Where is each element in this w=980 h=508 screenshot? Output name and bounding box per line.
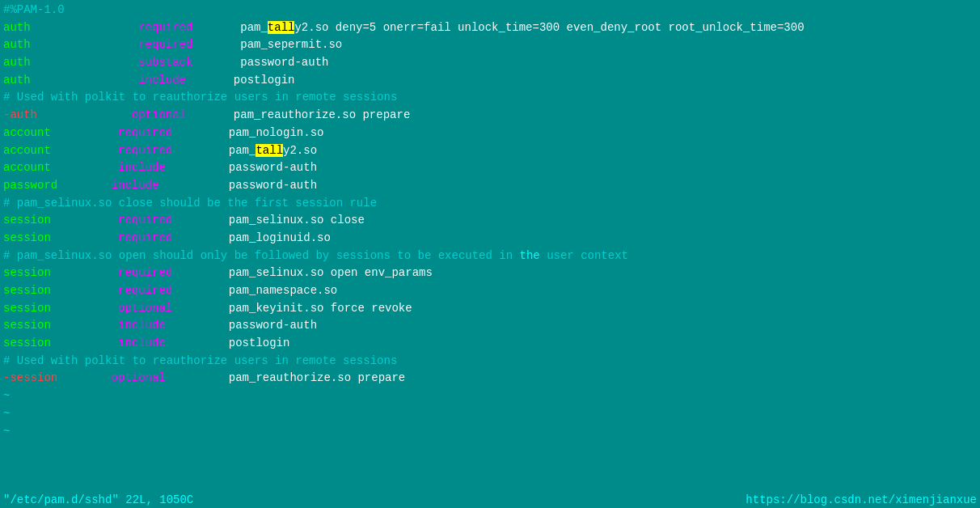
terminal: #%PAM-1.0 auth required pam_tally2.so de…: [0, 0, 980, 508]
line-account-nologin: account required pam_nologin.so: [3, 125, 977, 142]
line-account-tally: account required pam_tally2.so: [3, 142, 977, 160]
line-comment-polkit2: # Used with polkit to reauthorize users …: [3, 353, 977, 370]
tilde-2: ~: [3, 405, 977, 423]
status-bar: "/etc/pam.d/sshd" 22L, 1050C https://blo…: [0, 492, 980, 508]
line-session-namespace: session required pam_namespace.so: [3, 282, 977, 300]
status-url: https://blog.csdn.net/ximenjianxue: [746, 493, 977, 506]
line-session-keyinit: session optional pam_keyinit.so force re…: [3, 300, 977, 318]
line-comment-selinux-close: # pam_selinux.so close should be the fir…: [3, 195, 977, 213]
status-filename: "/etc/pam.d/sshd" 22L, 1050C: [3, 493, 193, 506]
line-account-include: account include password-auth: [3, 159, 977, 177]
highlight-tally2: tall: [256, 144, 283, 157]
line-auth-tally: auth required pam_tally2.so deny=5 onerr…: [3, 19, 977, 37]
line-neg-auth: -auth optional pam_reauthorize.so prepar…: [3, 107, 977, 125]
tilde-3: ~: [3, 423, 977, 441]
line-session-loginuid: session required pam_loginuid.so: [3, 230, 977, 248]
line-session-selinux-close: session required pam_selinux.so close: [3, 212, 977, 230]
control-required: required: [84, 19, 192, 37]
line-neg-session: -session optional pam_reauthorize.so pre…: [3, 370, 977, 387]
line-session-include-pw: session include password-auth: [3, 317, 977, 335]
line-auth-substack: auth substack password-auth: [3, 54, 977, 72]
line-1-text: #%PAM-1.0: [3, 2, 65, 19]
line-comment-selinux-open: # pam_selinux.so open should only be fol…: [3, 248, 977, 265]
line-session-include-post: session include postlogin: [3, 335, 977, 353]
tilde-1: ~: [3, 387, 977, 405]
line-1: #%PAM-1.0: [3, 2, 977, 19]
line-auth-sepermit: auth required pam_sepermit.so: [3, 36, 977, 54]
line-auth-postlogin: auth include postlogin: [3, 72, 977, 90]
line-session-selinux-open: session required pam_selinux.so open env…: [3, 265, 977, 282]
line-comment-polkit1: # Used with polkit to reauthorize users …: [3, 89, 977, 107]
highlight-tally: tall: [268, 21, 295, 34]
line-password-include: password include password-auth: [3, 177, 977, 195]
module-tally: pam_tally2.so deny=5 onerr=fail unlock_t…: [192, 19, 804, 37]
type-auth: auth: [3, 19, 84, 37]
